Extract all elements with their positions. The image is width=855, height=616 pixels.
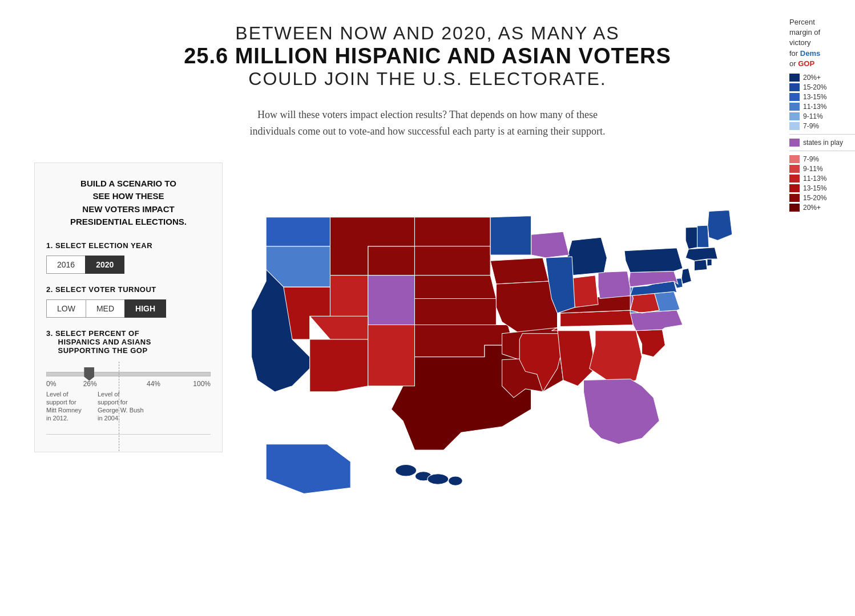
turnout-button-group: LOW MED HIGH [46,299,211,318]
state-ct [694,260,707,270]
page-wrapper: BETWEEN NOW AND 2020, AS MANY AS 25.6 MI… [0,0,855,541]
state-fl [584,379,660,444]
legend-label-dems-15-20: 15-20% [803,83,826,91]
state-ak [266,444,350,493]
legend-item-gop-15-20: 15-20% [789,194,855,202]
legend-label-dems-13-15: 13-15% [803,93,826,101]
year-button-group: 2016 2020 [46,256,211,274]
legend-item-dems-11-13: 11-13% [789,103,855,111]
us-map [234,163,793,516]
state-nc [630,310,683,331]
map-container [234,163,821,518]
legend-swatch-gop-7-9 [789,155,800,163]
state-wi [531,232,569,258]
state-hi-4 [449,476,463,485]
state-ma [685,247,717,260]
legend-item-states-in-play: states in play [789,139,855,147]
slider-26pct: 26% [83,380,97,388]
step2-label: 2. SELECT VOTER TURNOUT [46,285,211,294]
legend-title: Percentmargin ofvictoryfor Demsor GOP [789,17,855,69]
legend-label-dems-7-9: 7-9% [803,122,819,130]
slider-annotation-26: Level ofsupport forMitt Romneyin 2012. [46,390,92,423]
state-ks [414,298,496,325]
state-ga [590,330,642,386]
main-content: BUILD A SCENARIO TOSEE HOW THESENEW VOTE… [34,163,821,518]
legend-label-gop-9-11: 9-11% [803,165,823,173]
state-ri [707,259,712,266]
legend-item-gop-20plus: 20%+ [789,204,855,212]
state-ny [624,248,683,272]
slider-0pct: 0% [46,380,56,388]
panel-divider [46,434,211,435]
turnout-high-button[interactable]: HIGH [124,299,166,318]
slider-annotation-44: Level ofsupport forGeorge W. Bushin 2004… [98,390,149,423]
slider-fill [47,372,89,376]
step3-label: 3. SELECT PERCENT OF HISPANICS AND ASIAN… [46,329,211,355]
slider-44pct: 44% [147,380,160,388]
legend-label-gop-11-13: 11-13% [803,175,826,183]
header-line1: BETWEEN NOW AND 2020, AS MANY AS [34,23,821,44]
state-in [572,275,598,307]
header-line2: 25.6 MILLION HISPANIC AND ASIAN VOTERS [34,44,821,68]
legend-swatch-dems-13-15 [789,93,800,101]
slider-container: 0% 26% 44% 100% Level ofsupport forMitt … [46,372,211,423]
legend-item-dems-15-20: 15-20% [789,83,855,91]
legend-item-dems-13-15: 13-15% [789,93,855,101]
header-line3: COULD JOIN THE U.S. ELECTORATE. [34,68,821,90]
legend-item-gop-13-15: 13-15% [789,184,855,192]
state-nj [681,268,691,284]
state-ia [490,258,549,284]
state-co [368,275,415,325]
state-wy [368,246,415,275]
legend-swatch-gop-20plus [789,204,800,212]
legend-swatch-gop-15-20 [789,194,800,202]
left-panel: BUILD A SCENARIO TOSEE HOW THESENEW VOTE… [34,163,223,452]
legend-gop-label: GOP [798,59,814,68]
year-2016-button[interactable]: 2016 [46,256,85,274]
slider-thumb[interactable] [84,367,94,381]
legend-items: 20%+ 15-20% 13-15% 11-13% [789,74,855,212]
state-vt [685,227,697,249]
turnout-med-button[interactable]: MED [86,299,124,318]
state-sd [414,246,490,275]
legend-item-gop-9-11: 9-11% [789,165,855,173]
map-and-legend: Percentmargin ofvictoryfor Demsor GOP 20… [234,163,821,518]
state-ne [414,275,496,298]
map-legend: Percentmargin ofvictoryfor Demsor GOP 20… [787,17,855,212]
legend-label-dems-20plus: 20%+ [803,74,821,82]
step1-label: 1. SELECT ELECTION YEAR [46,241,211,250]
legend-label-gop-15-20: 15-20% [803,194,826,202]
legend-swatch-dems-15-20 [789,83,800,91]
legend-divider [789,134,855,135]
year-2020-button[interactable]: 2020 [85,256,124,274]
state-me [708,210,732,240]
legend-label-dems-11-13: 11-13% [803,103,826,111]
slider-100pct: 100% [193,380,211,388]
subtitle: How will these voters impact election re… [34,107,821,140]
legend-swatch-dems-20plus [789,74,800,82]
legend-swatch-dems-7-9 [789,122,800,130]
legend-swatch-gop-9-11 [789,165,800,173]
legend-label-dems-9-11: 9-11% [803,112,823,120]
panel-title: BUILD A SCENARIO TOSEE HOW THESENEW VOTE… [46,177,211,229]
state-nd [414,217,490,246]
legend-swatch-states-in-play [789,139,800,147]
state-wa [266,217,330,246]
state-nm [368,325,415,386]
legend-label-gop-13-15: 13-15% [803,184,826,192]
state-hi-3 [427,473,449,484]
legend-item-dems-9-11: 9-11% [789,112,855,120]
legend-swatch-dems-11-13 [789,103,800,111]
legend-swatch-dems-9-11 [789,112,800,120]
legend-item-gop-7-9: 7-9% [789,155,855,163]
state-hi-1 [396,464,417,476]
legend-dems-label: Dems [800,49,820,58]
legend-swatch-gop-13-15 [789,184,800,192]
state-nh [697,225,709,248]
state-mn [490,216,531,254]
legend-label-gop-20plus: 20%+ [803,204,821,212]
legend-item-gop-11-13: 11-13% [789,175,855,183]
legend-label-states-in-play: states in play [803,139,843,147]
turnout-low-button[interactable]: LOW [46,299,86,318]
header: BETWEEN NOW AND 2020, AS MANY AS 25.6 MI… [34,23,821,90]
